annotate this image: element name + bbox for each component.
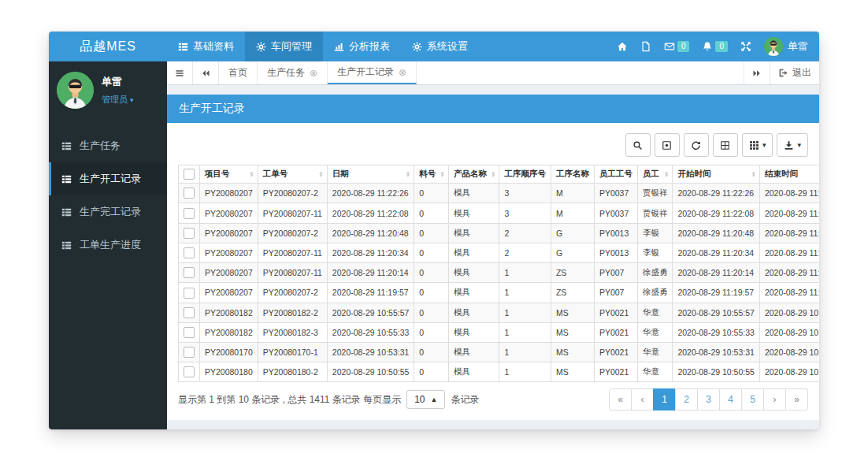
- pagination-info: 显示第 1 到第 10 条记录 , 总共 1411 条记录 每页显示 10 ▲ …: [178, 390, 479, 409]
- row-select-cell: [179, 322, 200, 342]
- page-button[interactable]: »: [785, 388, 808, 411]
- sidebar-toggle-button[interactable]: [167, 61, 193, 84]
- table-cell: 2020-08-29 10:55:33: [673, 322, 760, 342]
- column-header[interactable]: 料号▴▾: [414, 165, 449, 184]
- table-cell: PY0021: [594, 362, 637, 382]
- table-cell: 2020-08-29 11:20:37: [759, 243, 819, 262]
- page-button[interactable]: ‹: [631, 388, 654, 411]
- page-button[interactable]: 1: [653, 388, 676, 411]
- sidebar-item[interactable]: 生产完工记录: [49, 195, 167, 228]
- sidebar-user-name: 单雷: [102, 75, 134, 89]
- page-size-dropdown[interactable]: 10 ▲: [406, 390, 445, 409]
- table-cell: 1: [499, 362, 551, 382]
- sort-icon[interactable]: ▴▾: [314, 171, 322, 178]
- table-cell: 2020-08-29 11:20:50: [759, 223, 819, 243]
- table-cell: 1: [499, 303, 551, 322]
- row-checkbox[interactable]: [184, 228, 195, 239]
- navbar-menu-item[interactable]: 系统设置: [401, 32, 479, 61]
- page-button[interactable]: 5: [741, 388, 764, 411]
- sidebar-item[interactable]: 生产任务: [49, 129, 167, 162]
- column-header-label: 产品名称: [454, 169, 487, 180]
- table-cell: 1: [499, 342, 551, 362]
- table-cell: 华意: [637, 342, 673, 362]
- page-button[interactable]: 2: [675, 388, 698, 411]
- row-checkbox[interactable]: [184, 366, 195, 377]
- navbar-menu-item[interactable]: 车间管理: [245, 32, 323, 61]
- table-cell: PY0021: [594, 322, 637, 342]
- column-header[interactable]: 工单号▴▾: [258, 165, 327, 184]
- table-cell: 2020-08-29 11:22:30: [759, 184, 819, 203]
- tab-close-icon[interactable]: ⊗: [399, 68, 406, 77]
- table-cell: 2: [499, 243, 551, 262]
- table-cell: PY0037: [594, 203, 637, 223]
- tab-item[interactable]: 首页: [219, 61, 258, 84]
- search-button[interactable]: [625, 133, 651, 157]
- sidebar-item-label: 生产开工记录: [80, 172, 141, 186]
- logout-button[interactable]: 退出: [770, 61, 819, 84]
- pagination-bar: 显示第 1 到第 10 条记录 , 总共 1411 条记录 每页显示 10 ▲ …: [178, 388, 808, 411]
- table-cell: 2020-08-29 10:51:08: [759, 362, 819, 382]
- column-header[interactable]: 项目号▴▾: [200, 165, 258, 184]
- page-button[interactable]: ›: [763, 388, 786, 411]
- row-checkbox[interactable]: [184, 327, 195, 338]
- row-checkbox[interactable]: [184, 208, 195, 219]
- page-button[interactable]: 3: [697, 388, 720, 411]
- sidebar-user-role[interactable]: 管理员 ▾: [102, 94, 134, 106]
- table-cell: PY20080207-2: [258, 184, 327, 203]
- refresh-button[interactable]: [684, 133, 709, 157]
- navbar-menu-item[interactable]: 基础资料: [167, 32, 245, 61]
- row-checkbox[interactable]: [184, 288, 195, 299]
- sidebar-item[interactable]: 生产开工记录: [49, 162, 167, 195]
- row-checkbox[interactable]: [184, 247, 195, 258]
- tab-label: 首页: [228, 66, 247, 80]
- select-all-checkbox[interactable]: [184, 169, 195, 180]
- home-button[interactable]: [617, 41, 628, 52]
- table-cell: 2020-08-29 10:50:55: [327, 362, 414, 382]
- fullscreen-button[interactable]: [740, 41, 751, 52]
- sort-icon[interactable]: ▴▾: [747, 171, 755, 178]
- row-checkbox[interactable]: [184, 267, 195, 278]
- tab-label: 生产开工记录: [337, 65, 394, 79]
- card-view-button[interactable]: [713, 133, 738, 157]
- sort-icon[interactable]: ▴▾: [436, 171, 443, 178]
- sort-icon[interactable]: ▴▾: [660, 171, 668, 178]
- table-row: PY20080207PY20080207-22020-08-29 11:19:5…: [179, 283, 820, 303]
- chart-icon: [334, 42, 344, 52]
- file-icon: [640, 41, 651, 52]
- page-button[interactable]: «: [609, 388, 632, 411]
- sort-icon[interactable]: ▴▾: [245, 171, 253, 178]
- tab-close-icon[interactable]: ⊗: [310, 69, 317, 78]
- page-button[interactable]: 4: [719, 388, 742, 411]
- row-checkbox[interactable]: [184, 347, 195, 358]
- column-header[interactable]: 员工▴▾: [637, 165, 673, 184]
- export-button[interactable]: ▾: [777, 133, 808, 157]
- table-cell: 1: [499, 322, 551, 342]
- table-cell: PY0013: [594, 243, 637, 262]
- row-checkbox[interactable]: [184, 307, 195, 318]
- tabs-scroll-left-button[interactable]: [193, 61, 219, 84]
- tab-item[interactable]: 生产任务⊗: [258, 61, 328, 84]
- table-cell: 2020-08-29 11:20:14: [673, 263, 760, 283]
- columns-button[interactable]: ▾: [742, 133, 773, 157]
- table-cell: PY20080182: [200, 322, 258, 342]
- table-row: PY20080207PY20080207-112020-08-29 11:20:…: [179, 263, 820, 283]
- user-menu[interactable]: 单雷: [764, 37, 808, 56]
- column-header[interactable]: 日期▴▾: [327, 165, 414, 184]
- sort-icon[interactable]: ▴▾: [402, 171, 410, 178]
- notifications-button[interactable]: 0: [702, 41, 728, 52]
- column-header[interactable]: 开始时间▴▾: [673, 165, 760, 184]
- toggle-pagination-button[interactable]: [655, 133, 680, 157]
- sidebar-item[interactable]: 工单生产进度: [49, 228, 167, 262]
- table-cell: PY20080207-2: [258, 283, 327, 303]
- brand-logo[interactable]: 品越MES: [49, 32, 167, 61]
- file-button[interactable]: [640, 41, 651, 52]
- navbar-menu-item[interactable]: 分析报表: [323, 32, 401, 61]
- table-cell: 2020-08-29 10:55:35: [759, 322, 819, 342]
- row-checkbox[interactable]: [184, 188, 195, 199]
- tab-active[interactable]: 生产开工记录⊗: [328, 61, 417, 84]
- messages-button[interactable]: 0: [664, 41, 690, 52]
- column-header[interactable]: 产品名称▴▾: [448, 165, 499, 184]
- column-header[interactable]: 结束时间▴▾: [759, 165, 819, 184]
- sort-icon[interactable]: ▴▾: [487, 171, 495, 178]
- tabs-scroll-right-button[interactable]: [744, 61, 770, 84]
